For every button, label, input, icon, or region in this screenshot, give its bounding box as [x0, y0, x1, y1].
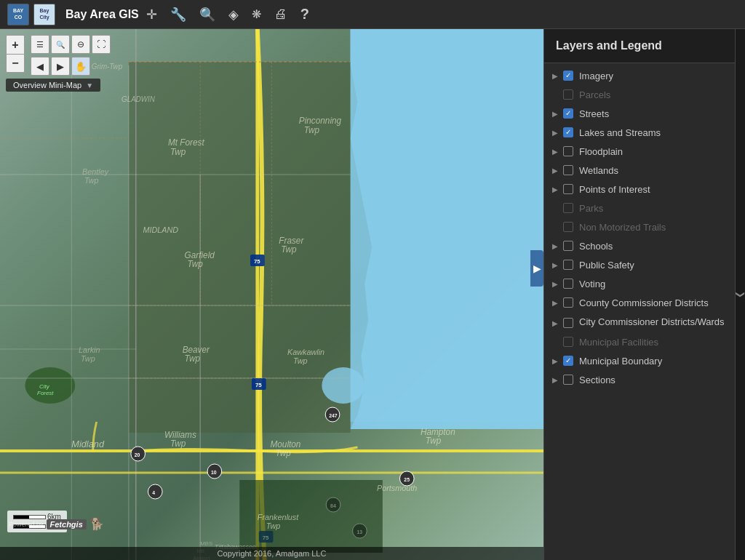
- county-logo: BAYCO: [7, 4, 29, 25]
- layer-expand-safety[interactable]: ▶: [550, 260, 560, 270]
- layer-expand-facilities: [550, 337, 560, 347]
- zoom-in-button[interactable]: +: [6, 35, 25, 54]
- sidebar-collapse-arrow[interactable]: ▶: [530, 250, 543, 287]
- menu-icon-button[interactable]: ☰: [31, 35, 49, 54]
- layer-item-sections[interactable]: ▶ Sections: [544, 370, 735, 389]
- zoom-rect-button[interactable]: 🔍: [51, 35, 70, 54]
- map-copyright: Copyright 2016, Amalgam LLC: [0, 547, 543, 560]
- logo-area: BAYCO BayCity Bay Area GIS: [0, 4, 146, 25]
- layer-checkbox-boundary[interactable]: [563, 356, 573, 366]
- layer-expand-county[interactable]: ▶: [550, 297, 560, 308]
- svg-rect-38: [351, 29, 543, 422]
- svg-text:City: City: [39, 383, 50, 390]
- layer-item-schools[interactable]: ▶ Schools: [544, 236, 735, 255]
- layer-checkbox-parks[interactable]: [563, 203, 573, 213]
- search-icon[interactable]: 🔍: [199, 7, 215, 23]
- expand-icon: ❯: [736, 291, 746, 298]
- layer-label-county: County Commissioner Districts: [579, 297, 709, 308]
- layer-item-municipal-facilities[interactable]: Municipal Facilities: [544, 332, 735, 351]
- layer-checkbox-parcels[interactable]: [563, 89, 573, 100]
- zoom-out-small-button[interactable]: ⊖: [71, 35, 90, 54]
- svg-point-2: [25, 367, 75, 404]
- svg-text:Twp: Twp: [170, 147, 186, 157]
- prev-extent-button[interactable]: ◀: [31, 57, 49, 76]
- layer-expand-floodplain[interactable]: ▶: [550, 146, 560, 156]
- layer-checkbox-safety[interactable]: [563, 260, 573, 270]
- layer-expand-sections[interactable]: ▶: [550, 375, 560, 385]
- layer-item-non-motorized[interactable]: Non Motorized Trails: [544, 217, 735, 236]
- sidebar-title: Layers and Legend: [544, 29, 735, 63]
- fullscreen-button[interactable]: ⛶: [92, 35, 111, 54]
- layer-checkbox-lakes[interactable]: [563, 127, 573, 137]
- layer-label-parks: Parks: [579, 203, 603, 214]
- layer-checkbox-trails[interactable]: [563, 222, 573, 232]
- overview-minimap-toggle[interactable]: ▼: [86, 81, 93, 89]
- svg-text:MBS: MBS: [200, 540, 212, 547]
- svg-text:Bentley: Bentley: [82, 167, 109, 176]
- layer-item-parcels[interactable]: Parcels: [544, 85, 735, 104]
- svg-text:75: 75: [254, 258, 260, 265]
- layer-expand-poi[interactable]: ▶: [550, 184, 560, 194]
- layer-expand-voting[interactable]: ▶: [550, 279, 560, 289]
- layer-item-voting[interactable]: ▶ Voting: [544, 274, 735, 293]
- nav-toolbar-row1: ☰ 🔍 ⊖ ⛶: [31, 35, 111, 54]
- layer-checkbox-floodplain[interactable]: [563, 146, 573, 156]
- layer-item-wetlands[interactable]: ▶ Wetlands: [544, 161, 735, 180]
- layer-checkbox-schools[interactable]: [563, 241, 573, 251]
- svg-text:Grim-Twp: Grim-Twp: [92, 63, 123, 71]
- wrench-icon[interactable]: 🔧: [170, 7, 186, 23]
- svg-text:Twp: Twp: [426, 436, 442, 446]
- svg-text:Midland: Midland: [71, 439, 105, 449]
- layer-expand-schools[interactable]: ▶: [550, 241, 560, 251]
- layer-checkbox-facilities[interactable]: [563, 337, 573, 347]
- layer-item-floodplain[interactable]: ▶ Floodplain: [544, 142, 735, 161]
- print-icon[interactable]: 🖨: [274, 7, 287, 22]
- layer-checkbox-wetlands[interactable]: [563, 165, 573, 175]
- layer-item-lakes-streams[interactable]: ▶ Lakes and Streams: [544, 123, 735, 142]
- layer-item-municipal-boundary[interactable]: ▶ Municipal Boundary: [544, 351, 735, 370]
- svg-text:Frankenlust: Frankenlust: [258, 513, 299, 521]
- layer-label-boundary: Municipal Boundary: [579, 356, 662, 367]
- layer-item-county-commissioner[interactable]: ▶ County Commissioner Districts: [544, 293, 735, 312]
- map-container[interactable]: City Forest: [0, 29, 543, 560]
- layers-icon[interactable]: ◈: [228, 7, 239, 23]
- layer-expand-imagery[interactable]: ▶: [550, 71, 560, 81]
- layer-checkbox-streets[interactable]: [563, 108, 573, 119]
- navigation-icon[interactable]: ✛: [146, 7, 157, 23]
- layer-expand-trails: [550, 222, 560, 232]
- overview-minimap-bar[interactable]: Overview Mini-Map ▼: [6, 79, 100, 92]
- layer-label-sections: Sections: [579, 375, 615, 385]
- layer-expand-streets[interactable]: ▶: [550, 108, 560, 119]
- svg-text:20: 20: [135, 452, 140, 457]
- far-right-expand-bar[interactable]: ❯: [735, 29, 745, 560]
- layer-expand-parks: [550, 203, 560, 213]
- layer-checkbox-sections[interactable]: [563, 375, 573, 385]
- layer-item-parks[interactable]: Parks: [544, 199, 735, 217]
- zoom-out-button[interactable]: −: [6, 54, 25, 73]
- help-icon[interactable]: ?: [300, 6, 309, 23]
- layer-item-city-commissioner[interactable]: ▶ City Commissioner Districts/Wards: [544, 312, 735, 332]
- fetchgis-logo: Fetchgis: [47, 519, 87, 529]
- pan-button[interactable]: ✋: [71, 57, 90, 76]
- layer-item-imagery[interactable]: ▶ Imagery: [544, 66, 735, 85]
- layer-checkbox-voting[interactable]: [563, 279, 573, 289]
- layer-expand-wetlands[interactable]: ▶: [550, 165, 560, 175]
- layer-item-public-safety[interactable]: ▶ Public Safety: [544, 255, 735, 274]
- layer-expand-boundary[interactable]: ▶: [550, 356, 560, 366]
- layer-label-imagery: Imagery: [579, 71, 613, 81]
- layer-label-trails: Non Motorized Trails: [579, 222, 666, 233]
- svg-text:Twp: Twp: [281, 244, 297, 255]
- nav-toolbar-row2: ◀ ▶ ✋: [31, 57, 90, 76]
- layer-expand-lakes[interactable]: ▶: [550, 127, 560, 137]
- layer-expand-city[interactable]: ▶: [550, 318, 560, 328]
- layer-item-poi[interactable]: ▶ Points of Interest: [544, 180, 735, 199]
- basemap-icon[interactable]: ❋: [252, 7, 261, 21]
- svg-text:Kawkawlin: Kawkawlin: [287, 348, 324, 356]
- next-extent-button[interactable]: ▶: [51, 57, 70, 76]
- layer-checkbox-imagery[interactable]: [563, 71, 573, 81]
- layer-checkbox-poi[interactable]: [563, 184, 573, 194]
- app-header: BAYCO BayCity Bay Area GIS ✛ 🔧 🔍 ◈ ❋ 🖨 ?: [0, 0, 745, 29]
- layer-item-streets[interactable]: ▶ Streets: [544, 104, 735, 123]
- layer-checkbox-county[interactable]: [563, 297, 573, 308]
- layer-checkbox-city[interactable]: [563, 318, 573, 328]
